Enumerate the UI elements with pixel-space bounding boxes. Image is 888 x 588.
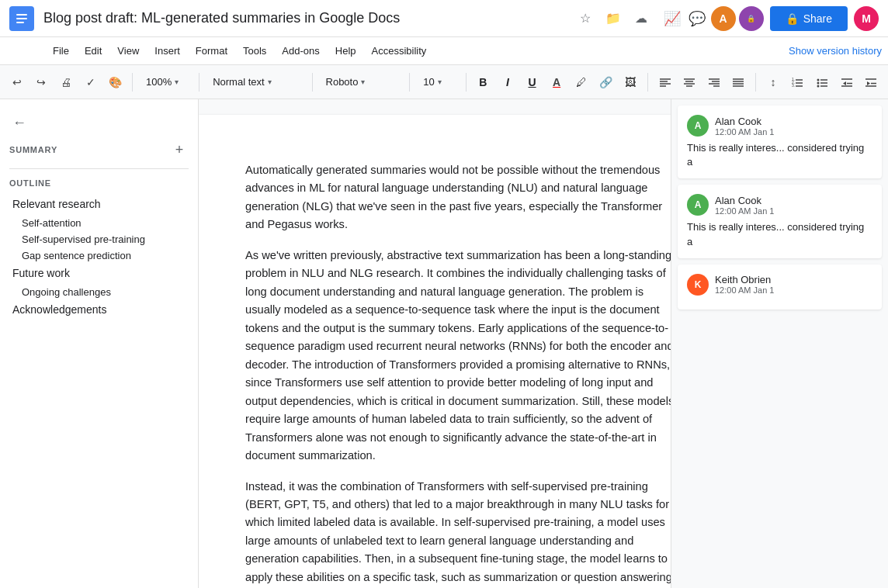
menu-help[interactable]: Help [329, 42, 362, 60]
menu-file[interactable]: File [47, 42, 75, 60]
increase-indent-button[interactable] [860, 71, 882, 93]
comment-icon[interactable]: 💬 [686, 8, 708, 29]
comment-3: K Keith Obrien 12:00 AM Jan 1 [678, 265, 882, 310]
zoom-value: 100% [146, 76, 172, 88]
svg-text:3.: 3. [792, 83, 795, 88]
avatar-user1[interactable]: A [711, 6, 736, 31]
version-history-link[interactable]: Show version history [789, 45, 882, 57]
avatar-group: 📈 💬 A 🔒 [661, 6, 764, 31]
size-dropdown[interactable]: 10 ▾ [416, 72, 459, 92]
svg-marker-29 [843, 81, 846, 85]
size-chevron: ▾ [438, 78, 442, 86]
font-dropdown[interactable]: Roboto ▾ [319, 72, 404, 92]
bullet-list-button[interactable] [811, 71, 833, 93]
comment-2: A Alan Cook 12:00 AM Jan 1 This is reall… [678, 185, 882, 258]
comment-1-avatar: A [687, 115, 709, 137]
decrease-indent-button[interactable] [836, 71, 858, 93]
menu-tools[interactable]: Tools [237, 42, 272, 60]
style-value: Normal text [213, 76, 264, 88]
print-button[interactable]: 🖨 [55, 71, 77, 93]
outline-gap-sentence[interactable]: Gap sentence prediction [9, 248, 189, 263]
numbered-list-button[interactable]: 1.2.3. [787, 71, 809, 93]
align-right-button[interactable] [703, 71, 725, 93]
comment-1: A Alan Cook 12:00 AM Jan 1 This is reall… [678, 105, 882, 178]
summary-section-header: SUMMARY + [9, 140, 189, 159]
paint-format-button[interactable]: 🎨 [104, 71, 126, 93]
doc-title: Blog post draft: ML-generated summaries … [43, 10, 574, 26]
menu-format[interactable]: Format [189, 42, 234, 60]
folder-icon[interactable]: 📁 [602, 8, 624, 29]
comment-2-text: This is really interes... considered try… [687, 220, 872, 248]
cloud-icon[interactable]: ☁ [630, 8, 652, 29]
outline-relevant-research[interactable]: Relevant research [9, 195, 189, 213]
document-area[interactable]: Automatically generated summaries would … [199, 99, 671, 588]
undo-button[interactable]: ↩ [6, 71, 28, 93]
add-summary-button[interactable]: + [170, 140, 189, 159]
align-justify-button[interactable] [728, 71, 750, 93]
italic-button[interactable]: I [497, 71, 519, 93]
image-button[interactable]: 🖼 [619, 71, 641, 93]
comment-2-header: A Alan Cook 12:00 AM Jan 1 [687, 194, 872, 216]
avatar-user2[interactable]: 🔒 [739, 6, 764, 31]
svg-point-26 [817, 85, 820, 87]
share-button[interactable]: 🔒 Share [770, 6, 848, 31]
svg-point-24 [817, 81, 820, 84]
bold-button[interactable]: B [473, 71, 494, 93]
align-center-button[interactable] [678, 71, 700, 93]
menu-insert[interactable]: Insert [148, 42, 186, 60]
comment-1-time: 12:00 AM Jan 1 [715, 127, 774, 137]
doc-paragraph-2[interactable]: As we've written previously, abstractive… [245, 247, 671, 465]
menu-bar: File Edit View Insert Format Tools Add-o… [0, 37, 888, 65]
divider-2 [199, 73, 199, 92]
redo-button[interactable]: ↪ [31, 71, 53, 93]
main-layout: ← SUMMARY + OUTLINE Relevant research Se… [0, 99, 888, 588]
menu-edit[interactable]: Edit [78, 42, 108, 60]
zoom-chevron: ▾ [175, 78, 179, 86]
back-button[interactable]: ← [9, 112, 189, 134]
svg-marker-33 [867, 81, 870, 85]
underline-button[interactable]: U [522, 71, 543, 93]
title-icons: ☆ 📁 ☁ [574, 8, 652, 29]
spellcheck-button[interactable]: ✓ [80, 71, 102, 93]
user-avatar[interactable]: M [854, 6, 879, 31]
sidebar-divider [9, 168, 189, 169]
outline-ongoing-challenges[interactable]: Ongoing challenges [9, 285, 189, 299]
zoom-dropdown[interactable]: 100% ▾ [139, 72, 193, 92]
back-arrow-icon: ← [12, 115, 26, 131]
outline-future-work[interactable]: Future work [9, 265, 189, 282]
align-left-button[interactable] [654, 71, 676, 93]
comment-2-author: Alan Cook [715, 195, 774, 206]
outline-self-attention[interactable]: Self-attention [9, 216, 189, 230]
line-spacing-button[interactable]: ↕ [762, 71, 784, 93]
outline-acknowledgements[interactable]: Acknowledgements [9, 301, 189, 318]
menu-addons[interactable]: Add-ons [276, 42, 325, 60]
outline-self-supervised[interactable]: Self-supervised pre-training [9, 232, 189, 247]
app-icon[interactable] [9, 6, 34, 31]
comment-1-author: Alan Cook [715, 116, 774, 127]
divider-6 [647, 73, 648, 92]
divider-7 [755, 73, 756, 92]
divider-5 [466, 73, 467, 92]
doc-page: Automatically generated summaries would … [199, 115, 671, 588]
comment-1-header: A Alan Cook 12:00 AM Jan 1 [687, 115, 872, 137]
comment-1-text: This is really interes... considered try… [687, 141, 872, 169]
menu-view[interactable]: View [111, 42, 145, 60]
divider-3 [312, 73, 313, 92]
summary-label: SUMMARY [9, 145, 57, 154]
size-value: 10 [423, 76, 434, 88]
highlight-button[interactable]: 🖊 [571, 71, 592, 93]
doc-paragraph-1[interactable]: Automatically generated summaries would … [245, 161, 671, 234]
activity-icon[interactable]: 📈 [661, 8, 683, 29]
comments-panel: A Alan Cook 12:00 AM Jan 1 This is reall… [671, 99, 888, 588]
sidebar: ← SUMMARY + OUTLINE Relevant research Se… [0, 99, 199, 588]
comment-2-avatar: A [687, 194, 709, 216]
menu-accessibility[interactable]: Accessibility [366, 42, 433, 60]
divider-1 [132, 73, 133, 92]
doc-paragraph-3[interactable]: Instead, it was the combination of Trans… [245, 478, 671, 587]
style-chevron: ▾ [268, 78, 272, 86]
style-dropdown[interactable]: Normal text ▾ [206, 72, 305, 92]
link-button[interactable]: 🔗 [595, 71, 617, 93]
text-color-button[interactable]: A [546, 71, 567, 93]
svg-point-22 [817, 78, 820, 81]
star-icon[interactable]: ☆ [574, 8, 596, 29]
